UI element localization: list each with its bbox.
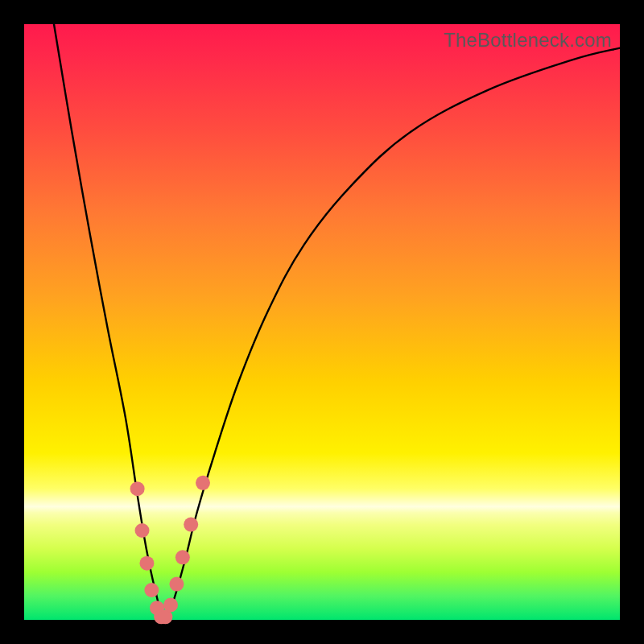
curve-layer (24, 24, 620, 620)
outer-frame: TheBottleneck.com (0, 0, 644, 644)
highlight-dot (135, 523, 150, 538)
highlight-dot (184, 518, 198, 532)
highlight-dot (144, 583, 159, 597)
highlight-dot (169, 577, 184, 592)
plot-area: TheBottleneck.com (24, 24, 620, 620)
highlight-dot (196, 476, 210, 490)
watermark-text: TheBottleneck.com (444, 29, 612, 52)
highlight-dot (130, 481, 145, 496)
highlight-dot (139, 556, 154, 571)
highlight-dot (163, 598, 178, 613)
highlight-dot (175, 550, 190, 564)
highlight-dots (130, 476, 210, 625)
